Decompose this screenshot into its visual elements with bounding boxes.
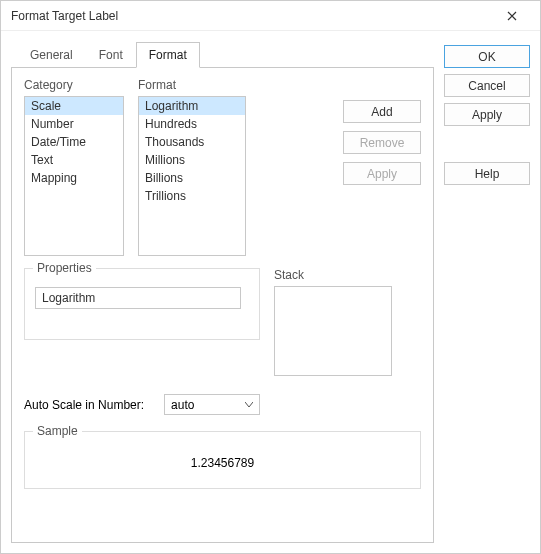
mid-row: Properties Logarithm Stack	[24, 268, 421, 376]
dialog-window: Format Target Label General Font Format …	[0, 0, 541, 554]
remove-button[interactable]: Remove	[343, 131, 421, 154]
category-column: Category Scale Number Date/Time Text Map…	[24, 78, 124, 256]
autoscale-value: auto	[171, 398, 194, 412]
close-icon	[507, 11, 517, 21]
list-item[interactable]: Hundreds	[139, 115, 245, 133]
properties-value: Logarithm	[42, 291, 95, 305]
titlebar: Format Target Label	[1, 1, 540, 31]
dialog-body: General Font Format Category Scale Numbe…	[1, 31, 540, 553]
sample-legend: Sample	[33, 424, 82, 438]
category-list[interactable]: Scale Number Date/Time Text Mapping	[24, 96, 124, 256]
properties-input[interactable]: Logarithm	[35, 287, 241, 309]
tab-format[interactable]: Format	[136, 42, 200, 68]
list-item[interactable]: Text	[25, 151, 123, 169]
autoscale-row: Auto Scale in Number: auto	[24, 394, 421, 415]
add-button[interactable]: Add	[343, 100, 421, 123]
category-label: Category	[24, 78, 124, 92]
list-item[interactable]: Thousands	[139, 133, 245, 151]
list-item[interactable]: Trillions	[139, 187, 245, 205]
format-list[interactable]: Logarithm Hundreds Thousands Millions Bi…	[138, 96, 246, 256]
tab-strip: General Font Format	[17, 42, 434, 68]
list-item[interactable]: Logarithm	[139, 97, 245, 115]
tab-panel-format: Category Scale Number Date/Time Text Map…	[11, 67, 434, 543]
tab-font[interactable]: Font	[86, 42, 136, 68]
autoscale-select[interactable]: auto	[164, 394, 260, 415]
apply-format-button[interactable]: Apply	[343, 162, 421, 185]
list-item[interactable]: Scale	[25, 97, 123, 115]
window-title: Format Target Label	[11, 9, 492, 23]
list-item[interactable]: Mapping	[25, 169, 123, 187]
format-actions: Add Remove Apply	[343, 78, 421, 256]
left-pane: General Font Format Category Scale Numbe…	[11, 41, 434, 543]
format-column: Format Logarithm Hundreds Thousands Mill…	[138, 78, 246, 256]
ok-button[interactable]: OK	[444, 45, 530, 68]
help-button[interactable]: Help	[444, 162, 530, 185]
upper-row: Category Scale Number Date/Time Text Map…	[24, 78, 421, 256]
list-item[interactable]: Millions	[139, 151, 245, 169]
autoscale-label: Auto Scale in Number:	[24, 398, 144, 412]
properties-legend: Properties	[33, 261, 96, 275]
close-button[interactable]	[492, 2, 532, 30]
list-item[interactable]: Billions	[139, 169, 245, 187]
chevron-down-icon	[245, 402, 253, 408]
list-item[interactable]: Date/Time	[25, 133, 123, 151]
stack-column: Stack	[274, 268, 392, 376]
cancel-button[interactable]: Cancel	[444, 74, 530, 97]
spacer	[444, 132, 530, 156]
stack-label: Stack	[274, 268, 392, 282]
properties-fieldset: Properties Logarithm	[24, 268, 260, 340]
list-item[interactable]: Number	[25, 115, 123, 133]
side-buttons: OK Cancel Apply Help	[444, 41, 530, 543]
stack-list[interactable]	[274, 286, 392, 376]
sample-value: 1.23456789	[191, 456, 254, 470]
format-label: Format	[138, 78, 246, 92]
apply-button[interactable]: Apply	[444, 103, 530, 126]
sample-fieldset: Sample 1.23456789	[24, 431, 421, 489]
tab-general[interactable]: General	[17, 42, 86, 68]
